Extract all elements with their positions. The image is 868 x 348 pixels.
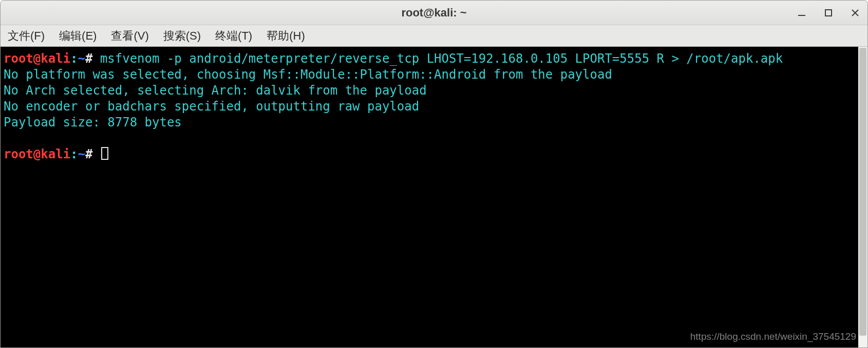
- scrollbar[interactable]: [858, 47, 867, 347]
- menu-view[interactable]: 查看(V): [111, 28, 148, 44]
- prompt-hash: #: [85, 147, 92, 161]
- menu-terminal[interactable]: 终端(T): [215, 28, 252, 44]
- menubar: 文件(F) 编辑(E) 查看(V) 搜索(S) 终端(T) 帮助(H): [1, 25, 867, 47]
- prompt-user: root: [4, 51, 33, 66]
- prompt-colon: :: [70, 147, 78, 161]
- prompt-at: @: [33, 147, 41, 161]
- menu-edit[interactable]: 编辑(E): [59, 28, 97, 44]
- menu-file[interactable]: 文件(F): [8, 28, 45, 44]
- prompt-user: root: [4, 147, 33, 161]
- minimize-button[interactable]: [796, 7, 808, 19]
- output-line: No Arch selected, selecting Arch: dalvik…: [4, 83, 427, 98]
- maximize-icon: [824, 8, 833, 17]
- svg-rect-1: [825, 10, 832, 16]
- output-line: Payload size: 8778 bytes: [4, 115, 182, 130]
- prompt-path: ~: [78, 147, 85, 161]
- terminal-window: root@kali: ~ 文件(F) 编辑(E) 查看(V) 搜索(S) 终端(…: [0, 0, 868, 348]
- output-line: No encoder or badchars specified, output…: [4, 99, 419, 114]
- window-controls: [796, 1, 861, 25]
- prompt-host: kali: [41, 147, 70, 161]
- menu-search[interactable]: 搜索(S): [163, 28, 201, 44]
- prompt-path: ~: [78, 51, 85, 66]
- close-button[interactable]: [849, 7, 861, 19]
- watermark: https://blog.csdn.net/weixin_37545129: [690, 328, 856, 344]
- terminal-area[interactable]: root@kali:~# msfvenom -p android/meterpr…: [1, 47, 867, 347]
- menu-help[interactable]: 帮助(H): [267, 28, 305, 44]
- scrollbar-thumb[interactable]: [859, 48, 866, 336]
- close-icon: [851, 8, 860, 17]
- maximize-button[interactable]: [822, 7, 835, 19]
- window-title: root@kali: ~: [401, 6, 466, 20]
- cursor: [101, 147, 108, 160]
- prompt-colon: :: [70, 51, 78, 66]
- prompt-at: @: [33, 51, 41, 66]
- titlebar: root@kali: ~: [1, 1, 867, 25]
- minimize-icon: [797, 8, 806, 17]
- prompt-hash: #: [85, 51, 92, 66]
- prompt-host: kali: [41, 51, 70, 66]
- command-text: msfvenom -p android/meterpreter/reverse_…: [100, 51, 783, 66]
- output-line: No platform was selected, choosing Msf::…: [4, 67, 612, 82]
